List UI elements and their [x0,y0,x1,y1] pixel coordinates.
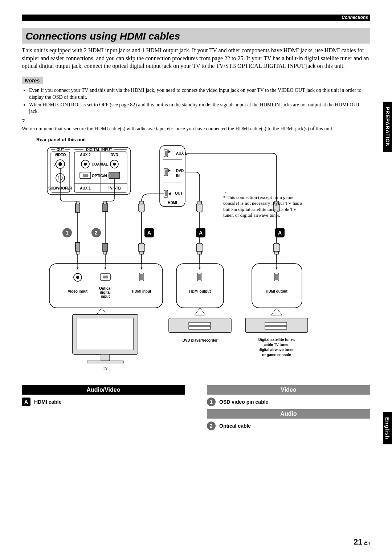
svg-rect-50 [103,243,108,251]
svg-rect-87 [87,361,123,363]
notes-heading: Notes [22,77,43,84]
svg-text:2: 2 [95,230,98,236]
svg-rect-52 [140,201,143,204]
svg-rect-32 [165,151,167,156]
svg-text:OUT: OUT [56,148,64,152]
svg-text:IN: IN [176,174,180,178]
svg-point-7 [58,162,62,166]
svg-text:HDMI output: HDMI output [189,289,211,293]
svg-text:1: 1 [66,230,69,236]
svg-text:Optical: Optical [99,286,111,290]
svg-text:or game console: or game console [262,353,291,357]
svg-rect-104 [265,322,287,325]
intro-paragraph: This unit is equipped with 2 HDMI input … [22,46,370,70]
svg-rect-23 [83,174,88,177]
legend-header-audio: Audio [207,409,370,419]
notes-item: Even if you connect your TV and this uni… [29,87,370,101]
svg-rect-48 [103,204,108,212]
svg-rect-76 [103,276,108,278]
svg-text:OUT: OUT [175,191,183,195]
svg-rect-24 [109,172,120,179]
side-tab-english: English [383,412,392,444]
svg-rect-95 [189,322,211,325]
chip-a-icon: A [22,398,30,406]
svg-rect-54 [198,201,201,204]
connection-diagram: OUT VIDEO SUBWOOFER DIGITAL INPUT AUX 2 … [33,144,323,382]
svg-text:HDMI input: HDMI input [132,289,151,293]
svg-rect-78 [140,274,143,280]
svg-point-74 [76,276,79,279]
chip-2-icon: 2 [207,421,216,430]
svg-text:digital airwave tuner,: digital airwave tuner, [259,348,295,352]
svg-text:DIGITAL INPUT: DIGITAL INPUT [86,148,112,152]
legend-1-label: OSD video pin cable [219,399,268,405]
svg-text:COAXIAL: COAXIAL [92,162,108,166]
header-label: Connections [342,15,368,20]
svg-point-18 [84,163,87,166]
svg-rect-85 [77,318,134,350]
svg-rect-105 [265,326,287,329]
svg-text:A: A [147,230,151,236]
section-title: Connections using HDMI cables [22,28,370,44]
svg-rect-89 [176,264,224,308]
diagram-caption: Rear panel of this unit [36,137,370,142]
svg-text:HDMI: HDMI [168,201,177,205]
svg-text:A: A [278,230,282,236]
svg-point-20 [113,163,116,166]
tip-paragraph: We recommend that you secure the HDMI ca… [22,126,370,133]
svg-text:HDMI output: HDMI output [266,289,287,293]
svg-text:DVD: DVD [110,153,118,157]
svg-text:Digital satellite tuner,: Digital satellite tuner, [258,338,295,342]
svg-rect-46 [75,243,80,251]
svg-rect-44 [75,204,80,212]
svg-rect-47 [76,251,79,254]
svg-text:AUX 2: AUX 2 [80,153,91,157]
header-bar: Connections [22,15,370,21]
svg-rect-57 [275,251,278,254]
svg-text:VIDEO: VIDEO [54,153,66,157]
legend-2-label: Optical cable [219,423,251,429]
legend-header-video: Video [207,385,370,395]
svg-rect-55 [198,251,201,254]
legend: Audio/Video A HDMI cable Video 1 OSD vid… [22,385,370,433]
tip-icon: ✲ [22,118,370,123]
svg-text:input: input [101,294,110,298]
svg-rect-86 [101,354,110,361]
svg-text:AUX 1: AUX 1 [80,186,91,190]
svg-text:DVD player/recorder: DVD player/recorder [183,338,218,342]
svg-text:cable TV tuner,: cable TV tuner, [264,343,289,347]
svg-rect-36 [165,170,167,175]
svg-rect-49 [104,201,107,204]
svg-rect-69 [49,264,163,308]
svg-text:digital: digital [100,290,111,294]
svg-text:Video input: Video input [68,289,88,293]
notes-list: Even if you connect your TV and this uni… [22,87,370,115]
svg-rect-92 [198,274,201,280]
svg-text:DVD: DVD [176,169,184,173]
svg-rect-98 [252,264,302,308]
svg-text:OPTICAL: OPTICAL [92,174,108,178]
page-number: 21 En [354,537,370,547]
legend-header-av: Audio/Video [22,385,185,395]
svg-rect-53 [140,251,143,254]
legend-a-label: HDMI cable [34,399,61,405]
chip-1-icon: 1 [207,398,216,406]
side-tab-preparation: PREPARATION [383,102,392,152]
diagram-aside: * This connection (except for a game con… [223,195,305,218]
svg-rect-101 [275,274,278,280]
svg-text:TV: TV [103,366,108,370]
svg-rect-96 [189,326,211,329]
svg-text:A: A [199,230,203,236]
notes-item: When HDMI CONTROL is set to OFF (see pag… [29,102,370,115]
svg-rect-41 [165,191,167,196]
svg-rect-45 [76,201,79,204]
svg-rect-51 [104,251,107,254]
